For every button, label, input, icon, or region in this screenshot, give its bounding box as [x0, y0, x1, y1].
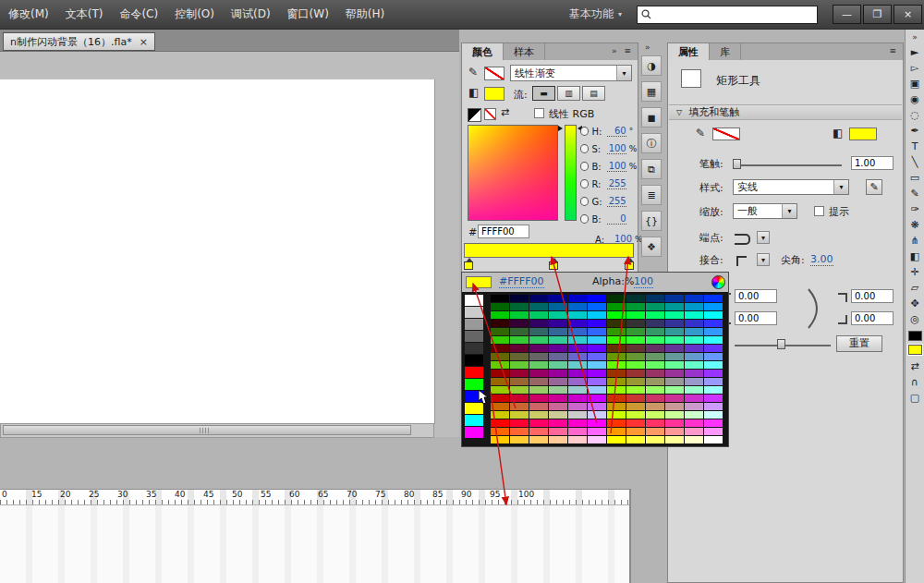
corner-radius-br-input[interactable] [851, 311, 894, 325]
free-transform-tool[interactable]: ▣ [906, 76, 923, 91]
join-style-icon[interactable] [736, 256, 747, 266]
palette-swatch[interactable] [510, 345, 529, 352]
palette-swatch[interactable] [704, 345, 723, 352]
palette-swatch[interactable] [491, 395, 509, 402]
fill-stroke-section-header[interactable]: ▽ 填充和笔触 [669, 104, 902, 120]
palette-swatch[interactable] [568, 419, 587, 427]
horizontal-scrollbar[interactable] [0, 423, 434, 438]
palette-swatch[interactable] [607, 345, 626, 352]
palette-swatch[interactable] [646, 411, 664, 419]
palette-swatch[interactable] [568, 428, 587, 435]
palette-swatch[interactable] [529, 303, 548, 310]
palette-swatch[interactable] [626, 353, 645, 360]
palette-swatch[interactable] [626, 428, 645, 435]
palette-swatch[interactable] [568, 411, 587, 419]
palette-swatch[interactable] [549, 378, 567, 385]
palette-swatch[interactable] [704, 403, 723, 410]
palette-swatch[interactable] [646, 295, 664, 302]
palette-swatch[interactable] [491, 419, 509, 427]
palette-swatch[interactable] [685, 295, 703, 302]
palette-swatch[interactable] [704, 419, 723, 427]
palette-swatch[interactable] [549, 353, 567, 360]
subselection-tool[interactable]: ▻ [906, 60, 923, 76]
palette-swatch[interactable] [626, 295, 645, 302]
palette-swatch[interactable] [588, 436, 606, 443]
palette-swatch[interactable] [665, 328, 684, 335]
palette-swatch[interactable] [529, 436, 548, 443]
zoom-tool[interactable]: ◎ [906, 311, 923, 327]
palette-swatch[interactable] [529, 361, 548, 369]
palette-swatch[interactable] [626, 311, 645, 319]
palette-swatch[interactable] [510, 428, 529, 435]
palette-swatch[interactable] [607, 295, 626, 302]
code-snippets-panel-icon[interactable]: {} [641, 211, 662, 231]
popup-alpha-value[interactable]: 100 [634, 275, 653, 288]
palette-swatch[interactable] [529, 336, 548, 344]
palette-swatch[interactable] [665, 370, 684, 377]
palette-swatch[interactable] [568, 395, 587, 402]
linear-rgb-checkbox[interactable] [534, 108, 544, 118]
palette-swatch[interactable] [646, 436, 664, 443]
gradient-type-dropdown[interactable]: 线性渐变 ▾ [510, 65, 632, 81]
selection-tool[interactable]: ► [906, 44, 923, 60]
palette-swatch[interactable] [510, 320, 529, 327]
palette-swatch[interactable] [685, 328, 703, 335]
palette-swatch[interactable] [549, 303, 567, 310]
lasso-tool[interactable]: ◌ [906, 107, 923, 123]
palette-swatch[interactable] [568, 370, 587, 377]
line-tool[interactable]: ╲ [906, 154, 923, 170]
menubar-item-4[interactable]: 调试(D) [223, 0, 279, 29]
stage-canvas[interactable] [0, 79, 435, 424]
palette-swatch[interactable] [607, 370, 626, 377]
palette-swatch[interactable] [607, 419, 626, 427]
palette-swatch[interactable] [685, 403, 703, 410]
palette-swatch[interactable] [626, 328, 645, 335]
palette-swatch[interactable] [685, 411, 703, 419]
palette-swatch[interactable] [510, 419, 529, 427]
gradient-preview-bar[interactable] [464, 243, 634, 258]
palette-swatch[interactable] [465, 319, 483, 330]
palette-swatch[interactable] [704, 370, 723, 377]
value-hot-text[interactable]: 255 [607, 178, 626, 189]
palette-swatch[interactable] [626, 411, 645, 419]
popup-hex-value[interactable]: #FFFF00 [499, 275, 544, 288]
color-panel-icon[interactable]: ◑ [641, 55, 662, 76]
corner-radius-bl-input[interactable] [735, 311, 777, 325]
palette-swatch[interactable] [491, 336, 509, 344]
palette-swatch[interactable] [704, 303, 723, 310]
palette-swatch[interactable] [626, 370, 645, 377]
palette-swatch[interactable] [704, 361, 723, 369]
palette-swatch[interactable] [665, 345, 684, 352]
palette-swatch[interactable] [607, 436, 626, 443]
palette-swatch[interactable] [704, 386, 723, 394]
palette-swatch[interactable] [704, 395, 723, 402]
palette-swatch[interactable] [607, 361, 626, 369]
gradient-stop-1[interactable] [549, 261, 558, 270]
palette-swatch[interactable] [685, 311, 703, 319]
style-dropdown[interactable]: 实线 ▾ [733, 179, 849, 195]
value-hot-text[interactable]: 100 [607, 143, 626, 154]
palette-swatch[interactable] [491, 303, 509, 310]
value-hot-text[interactable]: 255 [607, 196, 626, 207]
palette-swatch[interactable] [529, 403, 548, 410]
palette-swatch[interactable] [510, 353, 529, 360]
palette-swatch[interactable] [588, 311, 606, 319]
toolbar-collapse-icon[interactable]: » [906, 30, 924, 42]
search-box[interactable] [637, 6, 818, 24]
palette-swatch[interactable] [529, 311, 548, 319]
value-radio-icon[interactable] [580, 197, 589, 206]
palette-swatch[interactable] [549, 395, 567, 402]
palette-swatch[interactable] [549, 361, 567, 369]
palette-swatch[interactable] [588, 345, 606, 352]
palette-swatch[interactable] [510, 303, 529, 310]
palette-swatch[interactable] [465, 379, 483, 390]
palette-swatch[interactable] [626, 436, 645, 443]
color-field[interactable] [468, 125, 558, 221]
palette-swatch[interactable] [491, 320, 509, 327]
palette-swatch[interactable] [529, 353, 548, 360]
palette-swatch[interactable] [685, 361, 703, 369]
hinting-checkbox[interactable] [814, 206, 824, 216]
palette-swatch[interactable] [665, 320, 684, 327]
palette-swatch[interactable] [704, 436, 723, 443]
palette-swatch[interactable] [465, 295, 483, 306]
